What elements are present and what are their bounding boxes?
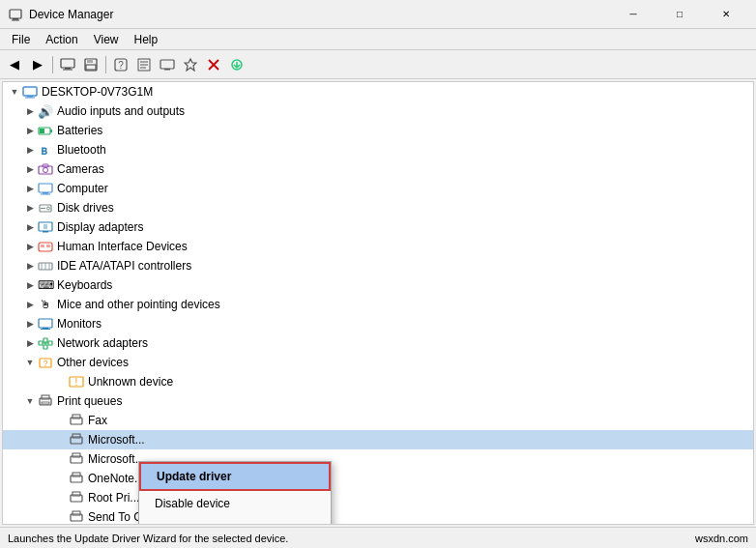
root-label: DESKTOP-0V73G1M [42,85,153,99]
tree-microsoft-1[interactable]: ▶ Microsoft... [3,430,753,449]
tree-keyboards[interactable]: ▶ ⌨ Keyboards [3,275,753,295]
tree-fax[interactable]: ▶ Fax [3,411,753,430]
svg-rect-3 [61,59,74,68]
toolbar-forward[interactable]: ▶ [27,54,48,75]
svg-rect-15 [160,60,174,69]
status-brand: wsxdn.com [695,533,748,544]
toolbar-pin[interactable] [180,54,201,75]
cameras-label: Cameras [57,162,104,176]
tree-root-print[interactable]: ▶ Root Pri... [3,488,753,507]
unknown-device-label: Unknown device [88,375,173,389]
display-arrow: ▶ [22,217,38,237]
device-tree[interactable]: ▼ DESKTOP-0V73G1M ▶ 🔊 Audio inputs and o… [2,81,754,525]
svg-rect-33 [43,192,48,194]
tree-onenote[interactable]: ▶ OneNote... [3,469,753,488]
toolbar-display[interactable] [157,54,178,75]
svg-text:?: ? [118,60,124,71]
svg-rect-40 [44,224,47,229]
toolbar-back[interactable]: ◀ [4,54,25,75]
microsoft1-icon [69,432,84,447]
close-button[interactable]: ✕ [704,0,748,29]
svg-rect-0 [10,10,21,18]
network-arrow: ▶ [22,333,38,353]
svg-rect-23 [27,96,33,98]
svg-rect-53 [44,338,47,342]
print-queues-label: Print queues [57,394,122,408]
print-queues-icon [38,393,53,409]
context-disable-device[interactable]: Disable device [139,491,331,516]
audio-arrow: ▶ [22,101,38,121]
tree-root[interactable]: ▼ DESKTOP-0V73G1M [3,82,753,101]
minimize-button[interactable]: ─ [611,0,655,29]
status-message: Launches the Update Driver Wizard for th… [8,533,288,544]
svg-rect-42 [41,245,44,247]
tree-cameras[interactable]: ▶ Cameras [3,159,753,179]
computer-icon [38,181,53,196]
toolbar-down[interactable] [226,54,247,75]
maximize-button[interactable]: □ [657,0,702,29]
context-uninstall-device[interactable]: Uninstall device [139,516,331,525]
svg-rect-51 [39,341,43,345]
tree-bluetooth[interactable]: ▶ ʙ Bluetooth [3,140,753,159]
context-update-driver[interactable]: Update driver [139,462,331,491]
toolbar-computer[interactable] [57,54,78,75]
svg-marker-17 [185,59,196,71]
tree-mice[interactable]: ▶ 🖱 Mice and other pointing devices [3,295,753,314]
tree-microsoft-2[interactable]: ▶ Microsoft... [3,449,753,469]
display-icon [38,219,53,235]
tree-computer[interactable]: ▶ Computer [3,179,753,198]
svg-rect-2 [12,19,19,20]
window-controls[interactable]: ─ □ ✕ [611,0,748,29]
hid-label: Human Interface Devices [57,240,188,253]
root-icon [22,84,38,100]
tree-print-queues[interactable]: ▼ Print queues [3,391,753,411]
keyboards-icon: ⌨ [38,277,53,293]
menu-file[interactable]: File [4,31,38,48]
network-label: Network adapters [57,336,148,350]
cameras-arrow: ▶ [22,159,38,179]
svg-rect-43 [46,245,50,247]
menu-action[interactable]: Action [38,31,85,48]
svg-text:?: ? [43,359,47,368]
ide-arrow: ▶ [22,256,38,275]
svg-point-30 [44,167,48,172]
toolbar-list[interactable] [133,54,155,75]
svg-rect-27 [40,129,44,133]
tree-audio[interactable]: ▶ 🔊 Audio inputs and outputs [3,101,753,121]
keyboards-label: Keyboards [57,278,112,292]
menu-help[interactable]: Help [127,31,166,48]
tree-other-devices[interactable]: ▼ ? Other devices [3,353,753,372]
svg-text:!: ! [75,377,78,388]
display-label: Display adapters [57,220,143,234]
tree-display[interactable]: ▶ Display adapters [3,217,753,237]
menu-view[interactable]: View [86,31,127,48]
tree-disk[interactable]: ▶ Disk drives [3,198,753,217]
toolbar-remove[interactable] [203,54,224,75]
tree-unknown-device[interactable]: ▶ ! Unknown device [3,372,753,391]
window-title: Device Manager [29,8,611,21]
tree-ide[interactable]: ▶ IDE ATA/ATAPI controllers [3,256,753,275]
tree-network[interactable]: ▶ Network adapters [3,333,753,353]
root-print-icon [69,490,84,505]
ide-icon [38,258,53,274]
batteries-label: Batteries [57,124,102,137]
computer-label: Computer [57,182,108,195]
toolbar-help[interactable]: ? [110,54,131,75]
hid-arrow: ▶ [22,237,38,256]
tree-hid[interactable]: ▶ Human Interface Devices [3,237,753,256]
toolbar-save[interactable] [80,54,102,75]
bluetooth-arrow: ▶ [22,140,38,159]
tree-send-to[interactable]: ▶ Send To C... [3,507,753,525]
tree-monitors[interactable]: ▶ Monitors [3,314,753,333]
svg-rect-5 [63,69,73,70]
tree-batteries[interactable]: ▶ Batteries [3,121,753,140]
menu-bar: File Action View Help [0,29,756,50]
fax-icon [69,413,84,428]
audio-label: Audio inputs and outputs [57,104,185,118]
microsoft2-label: Microsoft... [88,452,145,466]
svg-rect-34 [41,193,50,194]
mice-label: Mice and other pointing devices [57,298,220,311]
toolbar-sep-1 [52,56,53,73]
print-queues-arrow: ▼ [22,391,38,411]
network-icon [38,335,53,351]
